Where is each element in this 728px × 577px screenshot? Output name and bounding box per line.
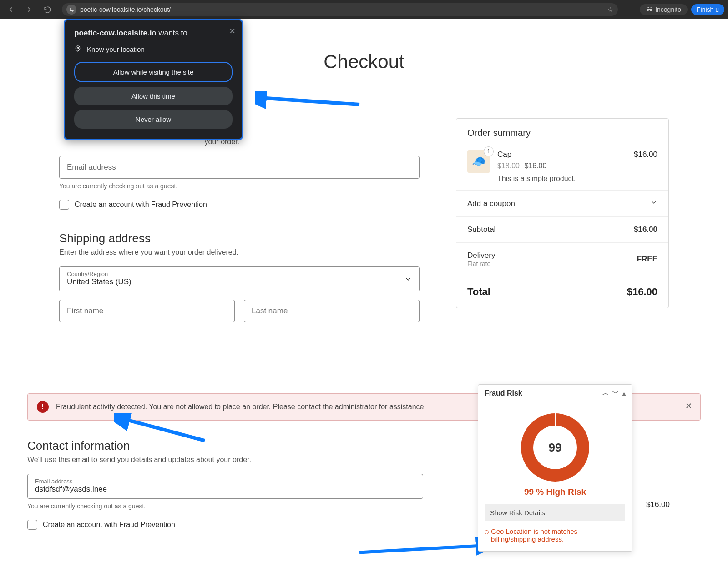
product-desc: This is a simple product.	[497, 175, 657, 183]
guest-note: You are currently checking out as a gues…	[59, 182, 420, 190]
address-bar[interactable]: ⇆ poetic-cow.localsite.io/checkout/ ☆	[62, 3, 618, 16]
email-input[interactable]: Email address dsfdfsdf@yasds.inee	[27, 474, 423, 499]
reload-icon[interactable]	[40, 2, 55, 17]
create-account-checkbox[interactable]	[27, 520, 37, 530]
permission-title: poetic-cow.localsite.io wants to	[74, 29, 233, 38]
annotation-arrow	[355, 527, 491, 561]
last-name-input[interactable]: Last name	[244, 300, 420, 322]
alert-text: Fraudulent activity detected. You are no…	[56, 403, 426, 411]
url-text: poetic-cow.localsite.io/checkout/	[80, 6, 171, 13]
guest-note: You are currently checking out as a gues…	[27, 502, 423, 510]
back-icon[interactable]	[4, 2, 18, 17]
chevron-down-icon	[650, 199, 657, 208]
svg-line-3	[359, 546, 482, 552]
hidden-line-price: $16.00	[646, 500, 670, 509]
chevron-up-icon[interactable]: ︿	[602, 389, 609, 397]
country-select[interactable]: Country/Region United States (US)	[59, 266, 420, 291]
permission-item: Know your location	[74, 45, 233, 54]
create-account-label: Create an account with Fraud Prevention	[43, 521, 175, 529]
total-row: Total $16.00	[456, 276, 668, 308]
chevron-down-icon	[404, 276, 412, 285]
first-name-input[interactable]: First name	[59, 300, 235, 322]
permission-prompt: ✕ poetic-cow.localsite.io wants to Know …	[64, 19, 243, 140]
location-pin-icon	[74, 45, 81, 54]
email-input[interactable]: Email address	[59, 156, 420, 179]
incognito-badge[interactable]: 🕶 Incognito	[640, 4, 688, 15]
annotation-arrow	[255, 91, 364, 120]
cart-item: 🧢 1 Cap $16.00 $18.00 $16.00 This is a s…	[456, 143, 668, 191]
product-name: Cap	[497, 150, 511, 159]
fraud-panel-title: Fraud Risk	[485, 389, 522, 397]
browser-chrome: ⇆ poetic-cow.localsite.io/checkout/ ☆ 🕶 …	[0, 0, 728, 19]
fraud-risk-panel: Fraud Risk ︿ ﹀ ▴ 99 99 % High Risk Show …	[478, 384, 632, 552]
collapse-icon[interactable]: ▴	[622, 390, 626, 397]
create-account-label: Create an account with Fraud Prevention	[75, 201, 207, 209]
create-account-checkbox[interactable]	[59, 200, 69, 210]
star-icon[interactable]: ☆	[607, 6, 613, 13]
section-divider	[0, 383, 728, 383]
close-icon[interactable]: ✕	[229, 27, 235, 35]
risk-gauge: 99	[521, 413, 589, 482]
risk-score: 99	[533, 426, 577, 469]
current-price: $16.00	[524, 162, 546, 170]
allow-this-time-button[interactable]: Allow this time	[74, 87, 233, 105]
contact-sub: We'll use this email to send you details…	[27, 456, 423, 464]
subtotal-row: Subtotal $16.00	[456, 217, 668, 243]
svg-line-1	[259, 98, 359, 105]
old-price: $18.00	[497, 162, 520, 170]
shipping-sub: Enter the address where you want your or…	[59, 248, 420, 256]
incognito-icon: 🕶	[646, 6, 652, 13]
forward-icon[interactable]	[22, 2, 36, 17]
order-summary-card: Order summary 🧢 1 Cap $16.00 $18.00 $1	[456, 118, 669, 308]
show-risk-details-button[interactable]: Show Risk Details	[485, 504, 625, 521]
risk-label: 99 % High Risk	[478, 487, 632, 497]
site-settings-icon[interactable]: ⇆	[66, 5, 76, 15]
svg-point-0	[77, 47, 78, 49]
product-thumbnail: 🧢 1	[467, 150, 490, 173]
shipping-heading: Shipping address	[59, 231, 420, 246]
finish-button[interactable]: Finish u	[691, 4, 724, 15]
risk-reason: Geo Location is not matches billing/ship…	[478, 521, 632, 551]
delivery-row: Delivery Flat rate FREE	[456, 243, 668, 276]
svg-line-2	[123, 419, 205, 441]
never-allow-button[interactable]: Never allow	[74, 110, 233, 129]
line-price: $16.00	[634, 150, 657, 159]
alert-icon: !	[37, 401, 49, 413]
allow-while-visiting-button[interactable]: Allow while visiting the site	[74, 62, 233, 82]
qty-badge: 1	[484, 146, 494, 156]
add-coupon-row[interactable]: Add a coupon	[456, 191, 668, 217]
chevron-down-icon[interactable]: ﹀	[612, 389, 619, 397]
order-summary-heading: Order summary	[456, 119, 668, 143]
dismiss-alert-icon[interactable]: ✕	[685, 401, 692, 411]
